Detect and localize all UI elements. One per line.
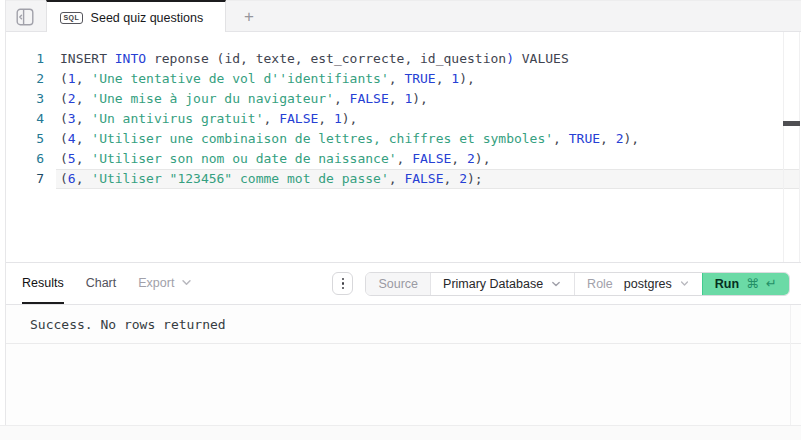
code-lines: 1INSERT INTO reponse (id, texte, est_cor…	[6, 49, 801, 189]
line-number: 1	[6, 49, 44, 69]
tab-seed-quiz-questions[interactable]: SQL Seed quiz questions	[46, 0, 226, 33]
editor-scrollbar-track-right	[799, 32, 800, 262]
tab-export[interactable]: Export	[138, 263, 193, 304]
code-text: INSERT INTO reponse (id, texte, est_corr…	[60, 49, 569, 69]
code-line[interactable]: 4(3, 'Un antivirus gratuit', FALSE, 1),	[6, 109, 801, 129]
collapse-sidebar-button[interactable]	[16, 8, 34, 26]
run-controls-group: Source Primary Database Rolepostgres Run…	[365, 272, 790, 296]
chevron-down-icon	[550, 278, 562, 290]
line-number: 6	[6, 149, 44, 169]
run-label: Run	[715, 277, 739, 291]
new-tab-button[interactable]: +	[234, 1, 264, 32]
role-label: Role	[587, 277, 613, 291]
sql-editor-window: SQL Seed quiz questions + 1INSERT INTO r…	[0, 0, 801, 440]
code-editor[interactable]: 1INSERT INTO reponse (id, texte, est_cor…	[6, 32, 801, 262]
app-left-border	[5, 0, 6, 425]
code-text: (5, 'Utiliser son nom ou date de naissan…	[60, 149, 491, 169]
chevron-down-icon	[679, 278, 690, 289]
sql-file-icon: SQL	[60, 12, 83, 24]
line-number: 3	[6, 89, 44, 109]
source-label: Source	[378, 277, 418, 291]
cmd-key-icon: ⌘	[746, 276, 759, 291]
code-line[interactable]: 7(6, 'Utiliser "123456" comme mot de pas…	[6, 169, 801, 189]
tab-label: Chart	[86, 276, 117, 290]
database-value: Primary Database	[443, 277, 543, 291]
tab-bar: SQL Seed quiz questions +	[6, 0, 801, 32]
code-text: (3, 'Un antivirus gratuit', FALSE, 1),	[60, 109, 357, 129]
role-select[interactable]: Rolepostgres	[574, 273, 702, 295]
more-options-button[interactable]	[332, 272, 353, 295]
tab-label: Export	[138, 276, 174, 290]
line-number: 5	[6, 129, 44, 149]
code-text: (2, 'Une mise à jour du navigateur', FAL…	[60, 89, 428, 109]
run-button[interactable]: Run ⌘ ↵	[702, 273, 789, 295]
tab-results[interactable]: Results	[22, 263, 64, 304]
toolbar-right: Source Primary Database Rolepostgres Run…	[332, 263, 801, 304]
results-panel: Success. No rows returned	[6, 305, 801, 425]
code-line[interactable]: 1INSERT INTO reponse (id, texte, est_cor…	[6, 49, 801, 69]
result-message: Success. No rows returned	[30, 317, 226, 332]
results-toolbar: ResultsChartExport Source Primary Databa…	[6, 262, 801, 305]
results-right-divider	[790, 305, 791, 425]
code-text: (1, 'Une tentative de vol d''identifiant…	[60, 69, 475, 89]
source-label-segment: Source	[366, 273, 430, 295]
code-text: (4, 'Utiliser une combinaison de lettres…	[60, 129, 639, 149]
panel-left-collapse-icon	[16, 8, 34, 26]
line-number: 7	[6, 169, 44, 189]
code-line[interactable]: 2(1, 'Une tentative de vol d''identifian…	[6, 69, 801, 89]
code-line[interactable]: 5(4, 'Utiliser une combinaison de lettre…	[6, 129, 801, 149]
editor-scrollbar-track-left	[783, 32, 784, 262]
tab-label: Results	[22, 276, 64, 290]
tab-title: Seed quiz questions	[91, 11, 204, 25]
results-tabs: ResultsChartExport	[22, 263, 215, 304]
code-text: (6, 'Utiliser "123456" comme mot de pass…	[60, 169, 483, 189]
plus-icon: +	[244, 7, 254, 27]
enter-key-icon: ↵	[766, 276, 777, 291]
kebab-menu-icon	[342, 278, 344, 280]
code-line[interactable]: 3(2, 'Une mise à jour du navigateur', FA…	[6, 89, 801, 109]
tab-chart[interactable]: Chart	[86, 263, 117, 304]
footer-strip	[0, 425, 801, 440]
line-number: 2	[6, 69, 44, 89]
role-value: postgres	[624, 277, 672, 291]
scrollbar-marker[interactable]	[783, 121, 800, 126]
code-line[interactable]: 6(5, 'Utiliser son nom ou date de naissa…	[6, 149, 801, 169]
line-number: 4	[6, 109, 44, 129]
database-select[interactable]: Primary Database	[430, 273, 574, 295]
chevron-down-icon	[180, 276, 193, 289]
result-message-row: Success. No rows returned	[6, 305, 801, 344]
